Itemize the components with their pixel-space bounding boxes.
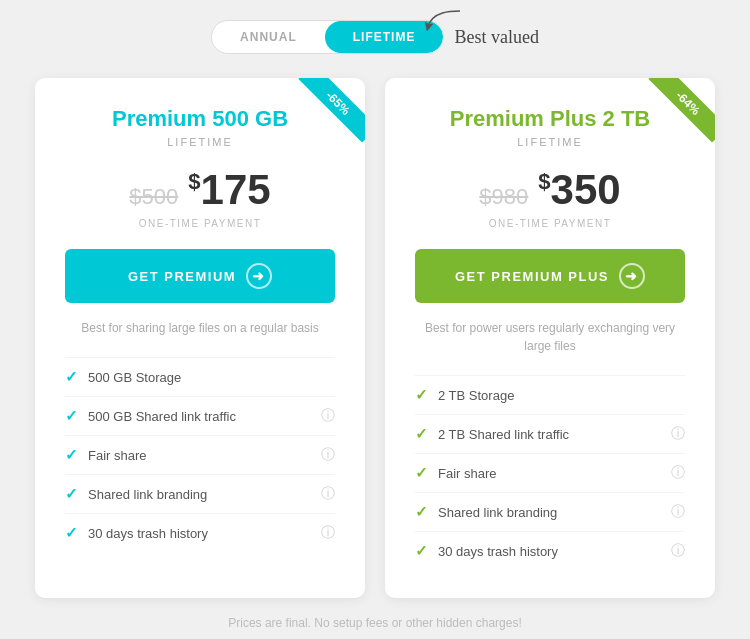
- info-icon[interactable]: ⓘ: [321, 407, 335, 425]
- price-new-premium-plus-2tb: $350: [538, 166, 620, 214]
- badge-text-premium-plus-2tb: -64%: [648, 78, 715, 143]
- billing-toggle-pill: ANNUAL LIFETIME: [211, 20, 444, 54]
- feature-label: Fair share: [88, 448, 147, 463]
- info-icon[interactable]: ⓘ: [671, 464, 685, 482]
- price-old-premium-plus-2tb: $980: [479, 184, 528, 210]
- feature-label: 2 TB Storage: [438, 388, 514, 403]
- card-premium-500: -65% Premium 500 GB LIFETIME $500 $175 O…: [35, 78, 365, 598]
- info-icon[interactable]: ⓘ: [321, 485, 335, 503]
- arrow-icon: [424, 9, 462, 31]
- feature-label: Shared link branding: [438, 505, 557, 520]
- feature-item: ✓ 2 TB Storage: [415, 375, 685, 414]
- feature-label: 500 GB Shared link traffic: [88, 409, 236, 424]
- cards-container: -65% Premium 500 GB LIFETIME $500 $175 O…: [20, 78, 730, 598]
- check-icon: ✓: [415, 503, 428, 521]
- feature-label: 30 days trash history: [88, 526, 208, 541]
- badge-text-premium-500: -65%: [298, 78, 365, 143]
- info-icon[interactable]: ⓘ: [321, 446, 335, 464]
- price-row-premium-500: $500 $175: [65, 166, 335, 214]
- badge-premium-plus-2tb: -64%: [647, 78, 715, 146]
- feature-item: ✓ 2 TB Shared link traffic ⓘ: [415, 414, 685, 453]
- feature-item: ✓ 500 GB Shared link traffic ⓘ: [65, 396, 335, 435]
- page-wrapper: ANNUAL LIFETIME Best valued -65% Premium…: [0, 0, 750, 639]
- cta-premium-plus-2tb[interactable]: GET PREMIUM PLUS ➜: [415, 249, 685, 303]
- price-old-premium-500: $500: [129, 184, 178, 210]
- feature-item: ✓ 500 GB Storage: [65, 357, 335, 396]
- cta-arrow-premium-plus-2tb: ➜: [619, 263, 645, 289]
- check-icon: ✓: [65, 485, 78, 503]
- price-label-premium-plus-2tb: ONE-TIME PAYMENT: [415, 218, 685, 229]
- price-row-premium-plus-2tb: $980 $350: [415, 166, 685, 214]
- features-list-premium-plus-2tb: ✓ 2 TB Storage ✓ 2 TB Shared link traffi…: [415, 375, 685, 570]
- feature-label: Fair share: [438, 466, 497, 481]
- billing-toggle-container: ANNUAL LIFETIME Best valued: [211, 20, 539, 54]
- check-icon: ✓: [65, 368, 78, 386]
- best-valued-label: Best valued: [454, 27, 538, 48]
- check-icon: ✓: [415, 386, 428, 404]
- features-list-premium-500: ✓ 500 GB Storage ✓ 500 GB Shared link tr…: [65, 357, 335, 552]
- feature-item: ✓ 30 days trash history ⓘ: [65, 513, 335, 552]
- badge-premium-500: -65%: [297, 78, 365, 146]
- cta-premium-500[interactable]: GET PREMIUM ➜: [65, 249, 335, 303]
- footer-text: Prices are final. No setup fees or other…: [228, 616, 522, 630]
- card-subtitle-premium-plus-2tb: LIFETIME: [415, 136, 685, 148]
- card-description-premium-500: Best for sharing large files on a regula…: [65, 319, 335, 337]
- info-icon[interactable]: ⓘ: [321, 524, 335, 542]
- card-subtitle-premium-500: LIFETIME: [65, 136, 335, 148]
- card-title-premium-500: Premium 500 GB: [65, 106, 335, 132]
- toggle-annual[interactable]: ANNUAL: [212, 21, 325, 53]
- cta-label-premium-plus-2tb: GET PREMIUM PLUS: [455, 269, 609, 284]
- feature-item: ✓ Shared link branding ⓘ: [65, 474, 335, 513]
- feature-label: 30 days trash history: [438, 544, 558, 559]
- check-icon: ✓: [65, 446, 78, 464]
- feature-item: ✓ Fair share ⓘ: [415, 453, 685, 492]
- feature-label: Shared link branding: [88, 487, 207, 502]
- info-icon[interactable]: ⓘ: [671, 542, 685, 560]
- feature-item: ✓ Shared link branding ⓘ: [415, 492, 685, 531]
- feature-item: ✓ Fair share ⓘ: [65, 435, 335, 474]
- check-icon: ✓: [65, 407, 78, 425]
- info-icon[interactable]: ⓘ: [671, 425, 685, 443]
- card-title-premium-plus-2tb: Premium Plus 2 TB: [415, 106, 685, 132]
- card-description-premium-plus-2tb: Best for power users regularly exchangin…: [415, 319, 685, 355]
- cta-label-premium-500: GET PREMIUM: [128, 269, 236, 284]
- check-icon: ✓: [415, 542, 428, 560]
- check-icon: ✓: [65, 524, 78, 542]
- card-premium-plus-2tb: -64% Premium Plus 2 TB LIFETIME $980 $35…: [385, 78, 715, 598]
- check-icon: ✓: [415, 425, 428, 443]
- price-new-premium-500: $175: [188, 166, 270, 214]
- check-icon: ✓: [415, 464, 428, 482]
- feature-item: ✓ 30 days trash history ⓘ: [415, 531, 685, 570]
- cta-arrow-premium-500: ➜: [246, 263, 272, 289]
- info-icon[interactable]: ⓘ: [671, 503, 685, 521]
- feature-label: 2 TB Shared link traffic: [438, 427, 569, 442]
- feature-label: 500 GB Storage: [88, 370, 181, 385]
- price-label-premium-500: ONE-TIME PAYMENT: [65, 218, 335, 229]
